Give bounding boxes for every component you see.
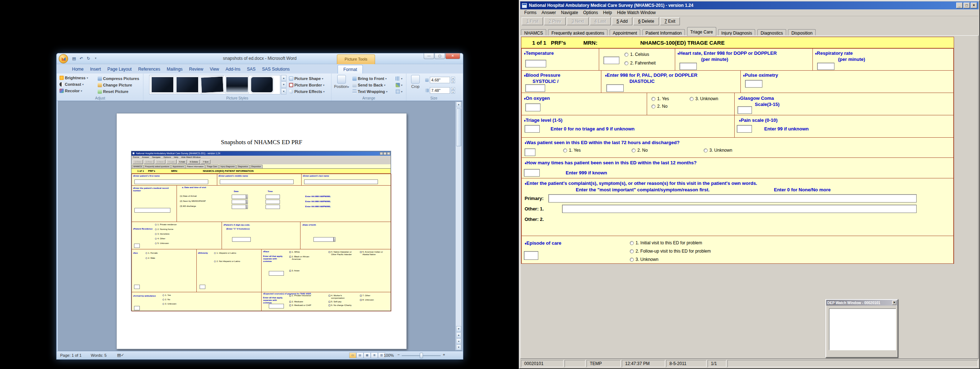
mini-radio[interactable]: 1. Yes [162,294,171,297]
mini-radio[interactable]: 1. Hispanic or Latino [214,252,250,254]
picture-styles-gallery[interactable] [149,75,280,94]
mini-payment-input[interactable] [269,304,284,309]
diastolic-input[interactable] [606,84,624,92]
mini-checkbox[interactable]: 4. Native Hawaiian or Other Pacific Isla… [329,251,355,256]
mini-checkbox[interactable]: 1. Private Insurance [289,294,312,297]
mini-checkbox[interactable]: 5. Self-pay [329,301,342,303]
prev-button[interactable]: 2Prev [544,17,566,25]
radio-seen72-unknown[interactable]: 3. Unknown [704,148,732,153]
mini-radio[interactable]: 3. Unknown [162,303,177,305]
gallery-up-icon[interactable]: ▲ [281,75,286,81]
text-wrapping-button[interactable]: Text Wrapping▾ [352,89,387,94]
mini-radio[interactable]: 3. Homeless [155,233,169,235]
radio-oxygen-unknown[interactable]: 3. Unknown [690,96,718,101]
outline-view-icon[interactable]: ≣ [371,352,378,358]
mini-mrn-input[interactable] [134,208,170,213]
delete-button[interactable]: 6Delete [633,17,659,25]
temperature-scale-input[interactable] [603,57,619,64]
mini-checkbox[interactable]: 3. Asian [289,270,311,272]
fullscreen-view-icon[interactable]: ▤ [356,352,364,358]
picture-style-thumbnail[interactable] [200,76,224,93]
brightness-button[interactable]: Brightness▾ [59,76,88,80]
scroll-up-icon[interactable]: ▲ [456,102,461,107]
crop-button[interactable]: Crop [408,75,423,89]
mini-time-input[interactable] [266,200,280,204]
radio-seen72-no[interactable]: 2. No [632,148,648,153]
mini-checkbox[interactable]: 5. American Indian or Alaska Native [360,251,387,256]
tab-references[interactable]: References [135,65,163,73]
next-page-icon[interactable]: ▼ [456,345,461,350]
bring-to-front-button[interactable]: Bring to Front▾ [352,76,387,81]
next-button[interactable]: 3Next [567,17,589,25]
menu-navigate[interactable]: Navigate [558,10,581,16]
first-button[interactable]: 1First [522,17,543,25]
heart-rate-input[interactable] [679,63,697,70]
previous-page-icon[interactable]: ▲ [456,332,461,338]
mini-middle-name-input[interactable] [220,180,294,184]
minimize-button[interactable]: _ [956,3,963,8]
radio-fahrenheit[interactable]: 2. Fahrenheit [624,60,656,65]
minimize-button[interactable]: — [424,53,434,59]
zoom-out-icon[interactable]: − [398,352,399,357]
visits-12mo-input[interactable] [524,169,540,177]
position-button[interactable]: Position▾ [333,75,350,89]
document-scrollbar[interactable]: ▲ ▼ ▲ ● ▼ [455,102,461,350]
web-layout-view-icon[interactable]: ▦ [364,352,371,358]
change-picture-button[interactable]: Change Picture [98,83,132,87]
mini-last-name-input[interactable] [304,180,378,184]
zoom-level[interactable]: 100% [384,353,394,358]
reset-picture-button[interactable]: Reset Picture [98,89,128,94]
scrollbar-thumb[interactable] [456,108,461,146]
mini-checkbox[interactable]: 1. White [289,251,311,253]
mini-zip-input[interactable] [232,237,251,242]
mini-checkbox[interactable]: 2. Black or African American [289,256,312,261]
maximize-button[interactable]: □ [963,3,970,8]
tab-triage-care[interactable]: Triage Care [687,27,716,36]
picture-style-thumbnail[interactable] [226,76,248,93]
on-oxygen-input[interactable] [525,103,541,111]
zoom-slider-thumb[interactable] [420,353,423,358]
mini-ethnicity-input[interactable] [200,285,205,289]
mini-radio[interactable]: 1. Private residence [155,223,177,226]
mini-time-input[interactable] [266,195,280,199]
mini-date-input[interactable] [232,195,246,199]
mini-checkbox[interactable]: 3. Medicaid or CHIP [289,304,312,307]
temperature-input[interactable] [525,60,546,67]
tab-sas-solutions[interactable]: SAS Solutions [259,65,293,73]
menu-help[interactable]: Help [601,10,615,16]
episode-input[interactable] [524,251,538,260]
respiratory-rate-input[interactable] [817,63,834,70]
send-to-back-button[interactable]: Send to Back▾ [352,83,385,87]
width-spinner[interactable]: ▲▼ [451,87,455,94]
picture-style-thumbnail[interactable] [151,76,174,93]
primary-complaint-input[interactable] [548,194,916,202]
align-button[interactable]: ▾ [396,76,402,81]
gallery-more-icon[interactable]: ▼̲ [281,88,286,94]
shape-height-field[interactable]: 4.68"▲▼ [425,77,455,83]
menu-options[interactable]: Options [581,10,600,16]
mini-residence-input[interactable] [134,243,140,248]
radio-oxygen-yes[interactable]: 1. Yes [651,96,669,101]
radio-celsius[interactable]: 1. Celsius [624,52,649,57]
mini-ambulance-input[interactable] [134,306,140,310]
radio-episode-followup[interactable]: 2. Follow-up visit to this ED for proble… [630,249,711,254]
pain-scale-input[interactable] [737,125,752,133]
tab-sas[interactable]: SAS [243,65,259,73]
mini-race-input[interactable] [269,271,284,276]
tab-page-layout[interactable]: Page Layout [104,65,135,73]
compress-pictures-button[interactable]: Compress Pictures [98,76,139,81]
dep-watch-window[interactable]: DEP Watch Window - 00020101 ✕ [826,299,898,358]
menu-answer[interactable]: Answer [539,10,558,16]
menu-hide-watch-window[interactable]: Hide Watch Window [614,10,658,16]
menu-forms[interactable]: Forms [522,10,539,16]
mini-radio[interactable]: 2. Male [146,257,155,259]
glasgow-input[interactable] [738,106,752,114]
word-count[interactable]: Words: 5 [91,353,107,358]
mini-checkbox[interactable]: 6. No charge /Charity [329,304,353,307]
picture-border-button[interactable]: Picture Border▾ [289,83,324,87]
picture-style-thumbnail[interactable] [176,76,199,93]
picture-style-thumbnail[interactable] [250,76,274,93]
watch-window-close-icon[interactable]: ✕ [892,301,896,305]
mini-radio[interactable]: 2. No [162,298,170,301]
gallery-down-icon[interactable]: ▼ [281,81,286,87]
